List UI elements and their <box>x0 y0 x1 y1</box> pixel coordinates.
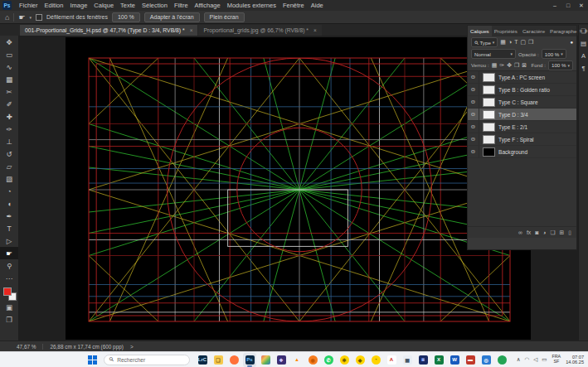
link-layers-icon[interactable]: ∞ <box>518 229 522 235</box>
document-tab-1[interactable]: 001-Proportional_Grids_H.psd @ 47,7% (Ty… <box>20 25 197 36</box>
delete-layer-icon[interactable]: ▯ <box>568 229 571 236</box>
taskbar-app-media-player[interactable]: ❖ <box>275 353 288 367</box>
move-tool[interactable]: ✥ <box>0 36 18 48</box>
type-tool[interactable]: T <box>0 222 18 234</box>
volume-icon[interactable]: ◁ <box>533 356 537 363</box>
zoom-level-field[interactable]: 47,67 % <box>17 344 43 350</box>
taskbar-app-yellow-app-2[interactable]: ◆ <box>353 353 367 367</box>
taskbar-app-file-explorer[interactable]: ❏ <box>211 353 225 367</box>
adjustment-layer-icon[interactable]: ◑ <box>542 229 546 235</box>
toolbar-ellipsis[interactable]: ⋯ <box>0 272 18 284</box>
layer-visibility-eye-icon[interactable]: ⊙ <box>468 96 479 108</box>
filter-adjustment-icon[interactable]: ◑ <box>508 39 512 46</box>
taskbar-app-red-app[interactable]: ▬ <box>464 353 477 367</box>
tab-close-icon[interactable]: × <box>190 27 193 33</box>
layer-row-type-d-3-4[interactable]: ⊙Type D : 3/4 <box>468 109 576 121</box>
fill-value[interactable]: 100 %▾ <box>548 60 573 70</box>
foreground-color-swatch[interactable] <box>3 287 12 296</box>
menu-aide[interactable]: Aide <box>308 0 327 11</box>
tab-close-icon[interactable]: × <box>313 27 317 33</box>
menu-calque[interactable]: Calque <box>90 0 117 11</box>
zoom-tool[interactable]: ⚲ <box>0 259 18 272</box>
crop-tool[interactable]: ✂ <box>0 85 18 98</box>
taskbar-app-yellow-app-1[interactable]: ✱ <box>338 353 351 367</box>
taskbar-app-firefox[interactable] <box>227 353 241 367</box>
wifi-icon[interactable]: ◠ <box>525 356 530 363</box>
lock-transparency-icon[interactable]: ▦ <box>492 62 498 69</box>
tray-expand-icon[interactable]: ∧ <box>517 356 521 363</box>
menu-s-lection[interactable]: Sélection <box>138 0 171 11</box>
menu-fen-tre[interactable]: Fenêtre <box>279 0 308 11</box>
healing-brush-tool[interactable]: ✚ <box>0 110 18 123</box>
lock-all-icon[interactable]: ⊠ <box>522 62 527 69</box>
close-button[interactable]: ✕ <box>575 0 588 11</box>
panel-tab-calques[interactable]: Calques <box>468 26 492 36</box>
menu-fichier[interactable]: Fichier <box>16 0 41 11</box>
minimize-button[interactable]: – <box>548 0 561 11</box>
document-canvas[interactable] <box>66 37 531 340</box>
taskbar-app-blue-settings-app[interactable]: ◎ <box>479 353 493 367</box>
chevron-down-icon[interactable]: ▾ <box>30 15 32 20</box>
taskbar-app-excel[interactable]: X <box>432 353 445 367</box>
taskbar-app-green-app[interactable] <box>495 353 508 367</box>
full-screen-button[interactable]: Plein écran <box>204 12 245 22</box>
taskbar-app-lightroom-classic[interactable]: LrC <box>196 353 209 367</box>
lock-artboard-icon[interactable]: ❐ <box>514 62 519 69</box>
taskbar-app-navy-app[interactable]: ◙ <box>416 353 430 367</box>
eraser-tool[interactable]: ▱ <box>0 160 18 172</box>
menu-edition[interactable]: Edition <box>41 0 67 11</box>
layer-visibility-eye-icon[interactable]: ⊙ <box>468 84 479 95</box>
lasso-tool[interactable]: ∿ <box>0 60 18 73</box>
gradient-tool[interactable]: ▨ <box>0 172 18 185</box>
filter-shape-icon[interactable]: ▢ <box>520 39 526 46</box>
history-brush-tool[interactable]: ↺ <box>0 147 18 160</box>
menu-texte[interactable]: Texte <box>117 0 138 11</box>
home-icon[interactable]: ⌂ <box>5 11 9 24</box>
filter-pixel-icon[interactable]: ▦ <box>500 39 506 46</box>
layer-row-type-a-pc-screen[interactable]: ⊙Type A : PC screen <box>468 71 576 84</box>
maximize-button[interactable]: □ <box>561 0 575 11</box>
blur-tool[interactable]: ◔ <box>0 185 18 197</box>
taskbar-app-whatsapp[interactable]: ✆ <box>322 353 335 367</box>
layer-style-icon[interactable]: fx <box>527 229 531 235</box>
taskbar-app-orange-swirl-app[interactable]: ◉ <box>306 353 319 367</box>
status-chevron-icon[interactable]: > <box>130 344 134 350</box>
dock-libraries-icon[interactable]: ▤ <box>581 40 586 47</box>
menu-filtre[interactable]: Filtre <box>171 0 192 11</box>
color-swatches[interactable] <box>0 286 18 301</box>
battery-icon[interactable]: ▭ <box>542 356 547 363</box>
layer-visibility-eye-icon[interactable]: ⊙ <box>468 109 479 120</box>
eyedropper-tool[interactable]: ✐ <box>0 98 18 110</box>
opacity-value[interactable]: 100 %▾ <box>542 49 566 59</box>
layer-mask-icon[interactable]: ◙ <box>535 229 538 235</box>
taskbar-search[interactable]: ⚲ Rechercher <box>104 355 190 365</box>
document-tab-2[interactable]: Proportional_grids.jpg @ 66,7% (RVB/8) *… <box>198 25 321 36</box>
screen-mode-icon[interactable]: ❐ <box>0 313 18 326</box>
quick-mask-icon[interactable]: ▣ <box>0 301 18 313</box>
menu-image[interactable]: Image <box>66 0 90 11</box>
hand-tool[interactable]: ☛ <box>0 247 18 259</box>
taskbar-app-calculator[interactable]: ▦ <box>401 353 414 367</box>
dodge-tool[interactable]: ◖ <box>0 197 18 210</box>
panel-tab-propri-t-s[interactable]: Propriétés <box>492 26 520 36</box>
layer-filter-dropdown[interactable]: ⚲ Type ▾ <box>471 37 498 47</box>
taskbar-app-photos[interactable] <box>259 353 272 367</box>
new-layer-icon[interactable]: ⊞ <box>560 229 565 236</box>
dock-character-icon[interactable]: A <box>581 52 586 60</box>
pen-tool[interactable]: ✒ <box>0 210 18 222</box>
taskbar-app-acrobat[interactable]: A <box>385 353 398 367</box>
filter-toggle[interactable]: ● <box>570 40 573 45</box>
start-button[interactable] <box>86 354 98 365</box>
scroll-all-windows-checkbox[interactable] <box>36 14 42 21</box>
brush-tool[interactable]: ✑ <box>0 123 18 135</box>
lock-pixels-icon[interactable]: ✑ <box>499 62 504 69</box>
path-selection-tool[interactable]: ▷ <box>0 234 18 247</box>
layer-visibility-eye-icon[interactable]: ⊙ <box>468 133 479 145</box>
taskbar-app-vlc[interactable]: ▲ <box>290 353 304 367</box>
layer-row-type-f-spiral[interactable]: ⊙Type F : Spiral <box>468 133 576 146</box>
lock-position-icon[interactable]: ✥ <box>507 62 512 69</box>
zoom-100-button[interactable]: 100 % <box>112 12 140 22</box>
layer-row-type-b-golden-ratio[interactable]: ⊙Type B : Golden ratio <box>468 84 576 96</box>
layer-row-type-c-square[interactable]: ⊙Type C : Square <box>468 96 576 109</box>
panel-tab-caract-re[interactable]: Caractère <box>520 26 547 36</box>
